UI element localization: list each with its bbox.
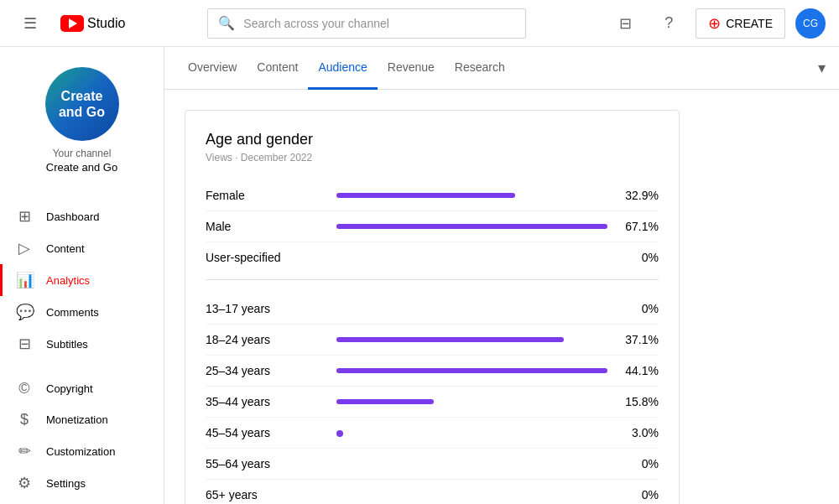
monetization-icon: $ <box>16 411 33 429</box>
age-25-34-track <box>336 368 607 373</box>
gender-section: Female 32.9% Male 67.1% Us <box>206 180 659 273</box>
age-18-24-track <box>336 337 607 342</box>
bar-row-user-specified: User-specified 0% <box>206 242 659 273</box>
channel-info: Createand Go Your channel Create and Go <box>0 47 164 187</box>
bar-row-55-64: 55–64 years 0% <box>206 449 659 480</box>
topbar-left: ☰ Studio <box>13 7 125 40</box>
sidebar-item-copyright[interactable]: © Copyright <box>0 373 164 404</box>
age-section: 13–17 years 0% 18–24 years 37.1% <box>206 294 659 504</box>
analytics-label: Analytics <box>46 274 90 287</box>
comments-icon: 💬 <box>16 303 33 321</box>
sidebar-item-customization[interactable]: ✏ Customization <box>0 435 164 467</box>
age-35-44-fill <box>336 399 434 404</box>
bar-row-female: Female 32.9% <box>206 180 659 211</box>
age-18-24-label: 18–24 years <box>206 333 323 346</box>
youtube-icon <box>60 15 84 32</box>
age-45-54-label: 45–54 years <box>206 426 323 439</box>
bar-row-18-24: 18–24 years 37.1% <box>206 325 659 356</box>
your-channel-label: Your channel <box>53 148 112 159</box>
yt-logo: Studio <box>60 15 125 32</box>
tab-overview[interactable]: Overview <box>178 47 247 90</box>
male-bar-track <box>336 224 607 229</box>
sidebar-item-dashboard[interactable]: ⊞ Dashboard <box>0 200 164 232</box>
female-value: 32.9% <box>621 189 659 202</box>
age-45-54-fill <box>336 430 343 437</box>
card-subtitle: Views · December 2022 <box>206 152 659 164</box>
female-label: Female <box>206 189 323 202</box>
sidebar-item-subtitles[interactable]: ⊟ Subtitles <box>0 328 164 360</box>
female-bar-track <box>336 193 607 198</box>
dashboard-icon: ⊞ <box>16 207 33 226</box>
tab-revenue[interactable]: Revenue <box>378 47 445 90</box>
age-13-17-label: 13–17 years <box>206 302 323 315</box>
age-45-54-track <box>336 430 607 435</box>
tab-research[interactable]: Research <box>445 47 515 90</box>
main-layout: Createand Go Your channel Create and Go … <box>0 47 839 504</box>
content-area: Overview Content Audience Revenue Resear… <box>164 47 839 504</box>
tabs-more-icon[interactable]: ▾ <box>818 59 826 77</box>
topbar: ☰ Studio 🔍 ⊟ ? ⊕ CREATE CG <box>0 0 839 47</box>
sidebar-item-settings[interactable]: ⚙ Settings <box>0 467 164 499</box>
avatar[interactable]: CG <box>795 8 826 39</box>
copyright-icon: © <box>16 380 33 397</box>
sidebar-item-analytics[interactable]: 📊 Analytics <box>0 264 164 296</box>
age-13-17-track <box>336 306 607 311</box>
age-55-64-track <box>336 461 607 466</box>
monetization-label: Monetization <box>46 413 108 426</box>
dashboard-label: Dashboard <box>46 210 100 223</box>
content-icon: ▷ <box>16 239 33 257</box>
settings-label: Settings <box>46 477 86 490</box>
bar-row-35-44: 35–44 years 15.8% <box>206 387 659 418</box>
sidebar-item-comments[interactable]: 💬 Comments <box>0 296 164 328</box>
subtitles-label: Subtitles <box>46 338 88 351</box>
content-label: Content <box>46 242 85 255</box>
age-65-plus-label: 65+ years <box>206 488 323 501</box>
channel-name: Create and Go <box>46 161 117 174</box>
search-icon: 🔍 <box>218 15 235 31</box>
age-gender-card: Age and gender Views · December 2022 Fem… <box>185 110 680 504</box>
tab-audience[interactable]: Audience <box>308 47 377 90</box>
analytics-icon: 📊 <box>16 271 33 289</box>
bar-row-13-17: 13–17 years 0% <box>206 294 659 325</box>
age-25-34-value: 44.1% <box>621 364 659 377</box>
age-65-plus-value: 0% <box>621 488 659 501</box>
age-55-64-label: 55–64 years <box>206 457 323 470</box>
studio-label: Studio <box>87 16 125 31</box>
channel-avatar[interactable]: Createand Go <box>45 67 119 141</box>
bar-row-65-plus: 65+ years 0% <box>206 480 659 504</box>
age-45-54-value: 3.0% <box>621 426 659 439</box>
search-bar: 🔍 <box>125 8 608 39</box>
male-bar-fill <box>336 224 607 229</box>
create-label: CREATE <box>726 17 773 30</box>
search-input-wrap[interactable]: 🔍 <box>207 8 526 39</box>
user-specified-label: User-specified <box>206 251 323 264</box>
comments-label: Comments <box>46 306 99 319</box>
age-35-44-value: 15.8% <box>621 395 659 408</box>
female-bar-fill <box>336 193 515 198</box>
bar-row-male: Male 67.1% <box>206 211 659 242</box>
user-specified-value: 0% <box>621 251 659 264</box>
bar-row-45-54: 45–54 years 3.0% <box>206 418 659 449</box>
age-35-44-track <box>336 399 607 404</box>
subtitles-icon: ⊟ <box>16 335 33 353</box>
customization-label: Customization <box>46 445 115 458</box>
create-button[interactable]: ⊕ CREATE <box>696 8 785 39</box>
customization-icon: ✏ <box>16 442 33 460</box>
sidebar-item-monetization[interactable]: $ Monetization <box>0 404 164 435</box>
help-icon-button[interactable]: ? <box>652 7 685 40</box>
male-value: 67.1% <box>621 220 659 233</box>
user-specified-bar-track <box>336 255 607 260</box>
topbar-right: ⊟ ? ⊕ CREATE CG <box>608 7 826 40</box>
age-35-44-label: 35–44 years <box>206 395 323 408</box>
create-plus-icon: ⊕ <box>708 14 721 33</box>
search-input[interactable] <box>243 17 515 30</box>
age-18-24-fill <box>336 337 564 342</box>
male-label: Male <box>206 220 323 233</box>
age-55-64-value: 0% <box>621 457 659 470</box>
menu-button[interactable]: ☰ <box>13 7 47 40</box>
feedback-icon-button[interactable]: ⊟ <box>608 7 642 40</box>
sidebar-item-content[interactable]: ▷ Content <box>0 232 164 264</box>
copyright-label: Copyright <box>46 382 93 395</box>
tab-content[interactable]: Content <box>247 47 308 90</box>
age-25-34-label: 25–34 years <box>206 364 323 377</box>
